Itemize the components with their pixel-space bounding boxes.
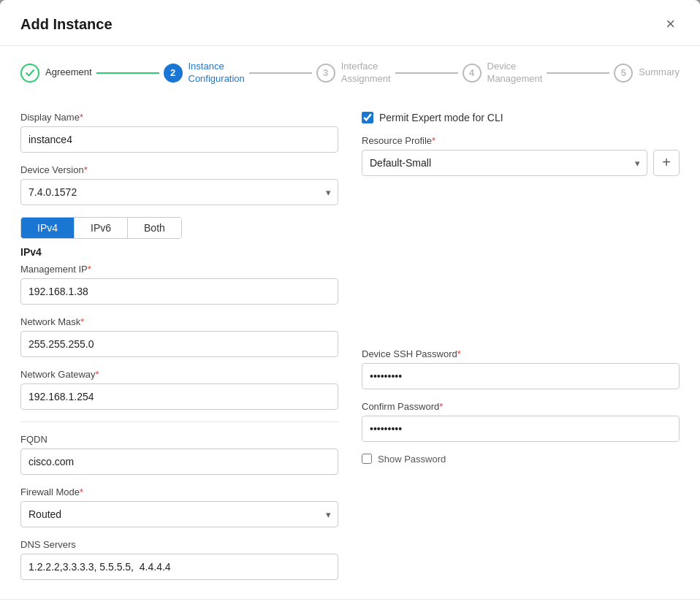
resource-profile-group: Resource Profile* Default-Small + [362, 135, 680, 176]
stepper: Agreement 2 InstanceConfiguration 3 Inte… [0, 46, 700, 97]
firewall-mode-select-wrapper: Routed Transparent [20, 501, 338, 527]
device-version-label: Device Version* [20, 164, 338, 175]
step-connector-4 [547, 72, 609, 74]
modal-footer: Cancel Back Next [0, 599, 700, 607]
device-version-group: Device Version* 7.4.0.1572 [20, 164, 338, 205]
step-2: 2 InstanceConfiguration [164, 61, 245, 85]
network-mask-group: Network Mask* [20, 316, 338, 357]
network-gateway-input[interactable] [20, 383, 338, 410]
step-2-circle: 2 [164, 64, 183, 83]
right-col-spacer [362, 188, 680, 348]
tab-ipv4[interactable]: IPv4 [21, 218, 75, 238]
fqdn-input[interactable] [20, 448, 338, 475]
close-button[interactable]: × [661, 15, 680, 34]
show-password-checkbox[interactable] [362, 454, 372, 464]
network-gateway-group: Network Gateway* [20, 369, 338, 410]
step-1-circle [20, 64, 39, 83]
fqdn-label: FQDN [20, 434, 338, 445]
firewall-mode-label: Firewall Mode* [20, 486, 338, 497]
display-name-group: Display Name* [20, 112, 338, 153]
step-2-label: InstanceConfiguration [189, 61, 245, 85]
permit-expert-label[interactable]: Permit Expert mode for CLI [379, 112, 503, 123]
mgmt-ip-input[interactable] [20, 278, 338, 305]
network-mask-input[interactable] [20, 331, 338, 357]
show-password-label[interactable]: Show Password [378, 454, 446, 465]
step-3-circle: 3 [316, 64, 335, 83]
mgmt-ip-label: Management IP* [20, 264, 338, 275]
mgmt-ip-group: Management IP* [20, 264, 338, 305]
resource-profile-select[interactable]: Default-Small [362, 150, 647, 176]
device-version-select[interactable]: 7.4.0.1572 [20, 179, 338, 205]
step-connector-1 [96, 72, 159, 74]
check-icon [25, 68, 35, 78]
divider [20, 421, 338, 422]
ssh-password-input[interactable] [362, 363, 680, 389]
step-5-circle: 5 [614, 64, 633, 83]
ip-tabs: IPv4 IPv6 Both [20, 217, 182, 239]
display-name-input[interactable] [20, 126, 338, 153]
ssh-password-group: Device SSH Password* [362, 348, 680, 389]
ipv4-heading: IPv4 [20, 246, 338, 258]
step-1: Agreement [20, 64, 92, 83]
resource-profile-select-wrapper: Default-Small [362, 150, 647, 176]
left-col: Display Name* Device Version* 7.4.0.1572 [20, 112, 338, 592]
tab-ipv6[interactable]: IPv6 [75, 218, 128, 238]
step-connector-3 [395, 72, 458, 74]
dns-servers-group: DNS Servers [20, 539, 338, 580]
step-3: 3 InterfaceAssignment [316, 61, 391, 85]
dns-servers-label: DNS Servers [20, 539, 338, 550]
confirm-password-group: Confirm Password* [362, 401, 680, 442]
modal-header: Add Instance × [0, 0, 700, 46]
step-connector-2 [249, 72, 312, 74]
permit-expert-checkbox[interactable] [362, 112, 373, 123]
network-mask-label: Network Mask* [20, 316, 338, 327]
step-4-circle: 4 [463, 64, 482, 83]
firewall-mode-select[interactable]: Routed Transparent [20, 501, 338, 527]
tab-both[interactable]: Both [128, 218, 181, 238]
step-3-label: InterfaceAssignment [341, 61, 391, 85]
step-4-label: DeviceManagement [487, 61, 543, 85]
step-1-label: Agreement [45, 66, 92, 79]
add-resource-profile-button[interactable]: + [653, 150, 680, 176]
right-col: Permit Expert mode for CLI Resource Prof… [362, 112, 680, 592]
network-gateway-label: Network Gateway* [20, 369, 338, 380]
add-instance-modal: Add Instance × Agreement 2 InstanceConfi… [0, 0, 700, 607]
step-5-label: Summary [639, 66, 680, 79]
fqdn-group: FQDN [20, 434, 338, 475]
confirm-password-input[interactable] [362, 416, 680, 442]
step-4: 4 DeviceManagement [463, 61, 543, 85]
ssh-password-label: Device SSH Password* [362, 348, 680, 359]
confirm-password-label: Confirm Password* [362, 401, 680, 412]
show-password-row: Show Password [362, 454, 680, 465]
resource-profile-row: Default-Small + [362, 150, 680, 176]
form-top-row: Display Name* Device Version* 7.4.0.1572 [20, 112, 680, 592]
permit-expert-row: Permit Expert mode for CLI [362, 112, 680, 123]
firewall-mode-group: Firewall Mode* Routed Transparent [20, 486, 338, 527]
modal-title: Add Instance [20, 16, 113, 33]
modal-content: Display Name* Device Version* 7.4.0.1572 [0, 97, 700, 599]
dns-servers-input[interactable] [20, 554, 338, 580]
device-version-select-wrapper: 7.4.0.1572 [20, 179, 338, 205]
resource-profile-label: Resource Profile* [362, 135, 680, 146]
step-5: 5 Summary [614, 64, 680, 83]
display-name-label: Display Name* [20, 112, 338, 123]
